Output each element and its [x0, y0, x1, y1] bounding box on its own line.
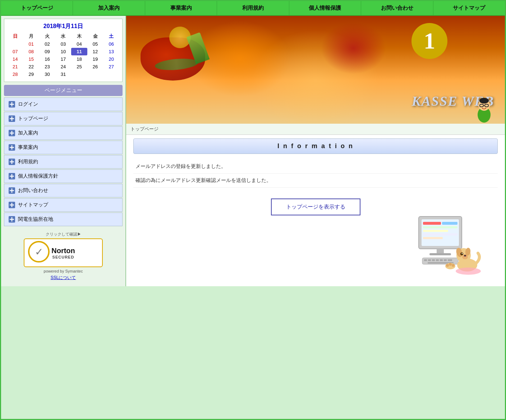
- cal-header-水: 水: [55, 32, 72, 40]
- menu-plus-icon: [9, 173, 15, 179]
- menu-label: サイトマップ: [18, 202, 48, 208]
- dog-icon: [411, 213, 483, 278]
- calendar-week-row: 28293031: [7, 70, 119, 78]
- cal-day[interactable]: 19: [87, 55, 104, 63]
- go-top-button[interactable]: トップページを表示する: [271, 198, 360, 215]
- calendar-week-row: 010203040506: [7, 40, 119, 48]
- svg-point-64: [452, 264, 455, 267]
- norton-check-icon: ✓: [35, 246, 43, 258]
- cal-day[interactable]: 06: [103, 40, 119, 48]
- svg-rect-36: [442, 222, 457, 225]
- breadcrumb: トップページ: [130, 126, 158, 132]
- cal-day[interactable]: 13: [103, 48, 119, 55]
- menu-business[interactable]: 事業案内: [4, 141, 123, 154]
- cal-day[interactable]: 20: [103, 55, 119, 63]
- cal-day[interactable]: 10: [55, 48, 72, 55]
- svg-point-32: [479, 98, 489, 104]
- cal-day[interactable]: 09: [39, 48, 55, 55]
- cal-day[interactable]: 22: [23, 63, 40, 70]
- cal-day[interactable]: 01: [23, 40, 40, 48]
- svg-point-57: [462, 253, 463, 254]
- menu-list: ログイン トップページ 加入案内 事業案内 利用規約 個人情報保護方針 お問い合…: [1, 97, 125, 226]
- cal-day[interactable]: 26: [87, 63, 104, 70]
- nav-top[interactable]: トップページ: [1, 1, 73, 15]
- svg-rect-45: [428, 259, 431, 261]
- dog-illustration-area: [411, 213, 483, 279]
- cal-day[interactable]: 23: [39, 63, 55, 70]
- cal-day: [7, 40, 23, 48]
- cal-day[interactable]: 27: [103, 63, 119, 70]
- cal-header-木: 木: [71, 32, 87, 40]
- cal-day[interactable]: 14: [7, 55, 23, 63]
- cal-header-金: 金: [87, 32, 104, 40]
- menu-label: ログイン: [18, 101, 38, 108]
- calendar-header-row: 日月火水木金土: [7, 32, 119, 40]
- menu-privacy[interactable]: 個人情報保護方針: [4, 169, 123, 183]
- menu-plus-icon: [9, 115, 15, 122]
- svg-rect-44: [424, 259, 427, 261]
- svg-point-60: [464, 255, 466, 256]
- norton-area: クリックして確認▶ ✓ Norton SECURED powered by Sy…: [4, 232, 123, 281]
- nav-join[interactable]: 加入案内: [73, 1, 145, 15]
- cal-day[interactable]: 21: [7, 63, 23, 70]
- cal-day[interactable]: 05: [87, 40, 104, 48]
- cal-day[interactable]: 04: [71, 40, 87, 48]
- page-menu-title: ページメニュー: [4, 85, 123, 96]
- nav-contact[interactable]: お問い合わせ: [361, 1, 433, 15]
- top-navigation: トップページ加入案内事業案内利用規約個人情報保護お問い合わせサイトマップ: [1, 1, 505, 16]
- svg-point-62: [446, 264, 449, 267]
- svg-rect-47: [436, 259, 439, 261]
- nav-terms[interactable]: 利用規約: [217, 1, 289, 15]
- cal-day[interactable]: 02: [39, 40, 55, 48]
- norton-text-block: Norton SECURED: [51, 247, 75, 259]
- calendar: 2018年1月11日 日月火水木金土 010203040506070809101…: [4, 19, 123, 82]
- cal-day[interactable]: 29: [23, 70, 40, 78]
- calendar-week-row: 21222324252627: [7, 63, 119, 70]
- menu-location[interactable]: 関電生協所在地: [4, 213, 123, 226]
- menu-join[interactable]: 加入案内: [4, 126, 123, 140]
- svg-rect-38: [423, 230, 448, 232]
- cal-header-月: 月: [23, 32, 40, 40]
- cal-day[interactable]: 16: [39, 55, 55, 63]
- cal-day[interactable]: 07: [7, 48, 23, 55]
- menu-label: 個人情報保護方針: [18, 173, 58, 179]
- menu-terms[interactable]: 利用規約: [4, 155, 123, 169]
- cal-header-土: 土: [103, 32, 119, 40]
- cal-day[interactable]: 11: [71, 48, 87, 55]
- menu-top[interactable]: トップページ: [4, 112, 123, 125]
- cal-day[interactable]: 08: [23, 48, 40, 55]
- svg-rect-39: [423, 233, 457, 236]
- hero-area: 1 KASSE WEB: [126, 16, 505, 124]
- cal-day[interactable]: 18: [71, 55, 87, 63]
- cal-day[interactable]: 28: [7, 70, 23, 78]
- cal-day[interactable]: 17: [55, 55, 72, 63]
- calendar-title: 2018年1月11日: [7, 23, 119, 30]
- menu-plus-icon: [9, 216, 15, 223]
- hero-number: 1: [411, 23, 447, 59]
- svg-rect-42: [429, 253, 451, 255]
- norton-circle-icon: ✓: [28, 241, 50, 262]
- menu-contact[interactable]: お問い合わせ: [4, 184, 123, 197]
- menu-plus-icon: [9, 144, 15, 151]
- cal-day[interactable]: 03: [55, 40, 72, 48]
- cal-day[interactable]: 15: [23, 55, 40, 63]
- cal-day[interactable]: 24: [55, 63, 72, 70]
- cal-day[interactable]: 30: [39, 70, 55, 78]
- menu-plus-icon: [9, 101, 15, 108]
- nav-sitemap[interactable]: サイトマップ: [433, 1, 505, 15]
- menu-label: 関電生協所在地: [18, 216, 53, 223]
- info-line: メールアドレスの登録を更新しました。: [133, 160, 498, 174]
- norton-badge[interactable]: ✓ Norton SECURED: [24, 238, 103, 267]
- nav-privacy[interactable]: 個人情報保護: [289, 1, 361, 15]
- menu-login[interactable]: ログイン: [4, 97, 123, 111]
- menu-label: 事業案内: [18, 144, 38, 151]
- ssl-link[interactable]: SSLについて: [4, 275, 123, 281]
- nav-business[interactable]: 事業案内: [145, 1, 217, 15]
- cal-day[interactable]: 25: [71, 63, 87, 70]
- menu-sitemap[interactable]: サイトマップ: [4, 198, 123, 212]
- norton-secured-label: SECURED: [51, 255, 75, 259]
- menu-label: 加入案内: [18, 130, 38, 136]
- cal-day[interactable]: 12: [87, 48, 104, 55]
- cal-day[interactable]: 31: [55, 70, 72, 78]
- info-line: 確認の為にメールアドレス更新確認メールを送信しました。: [133, 174, 498, 188]
